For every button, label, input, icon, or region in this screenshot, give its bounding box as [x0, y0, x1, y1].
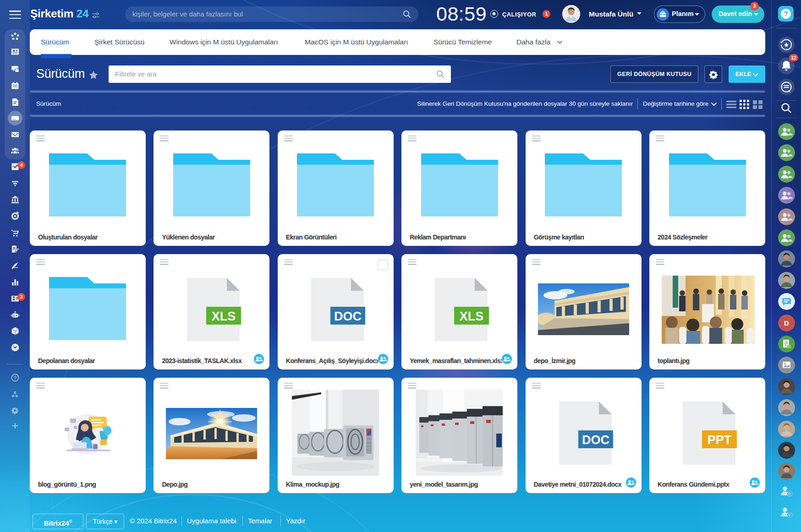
- svg-text:D: D: [784, 319, 789, 327]
- svg-text:XLS: XLS: [212, 309, 236, 323]
- svg-text:?: ?: [13, 375, 16, 380]
- svg-text:DOC: DOC: [582, 433, 609, 447]
- svg-text:DOC: DOC: [334, 309, 362, 323]
- svg-text:PPT: PPT: [708, 433, 732, 447]
- svg-text:XLS: XLS: [460, 309, 484, 323]
